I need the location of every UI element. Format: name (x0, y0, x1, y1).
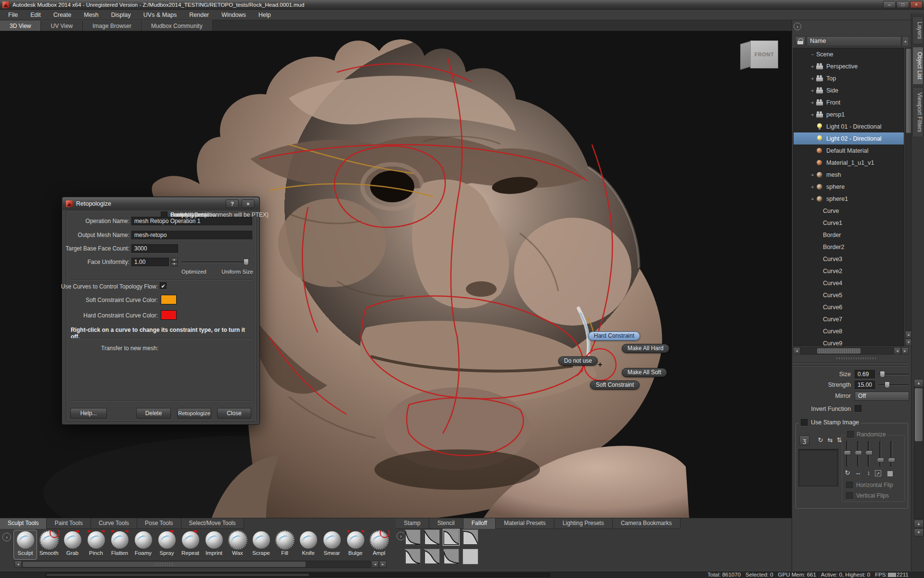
tool-button[interactable]: Wax (226, 530, 249, 560)
strength-slider[interactable] (878, 381, 909, 388)
randomize-checkbox[interactable] (847, 431, 854, 438)
close-button[interactable]: × (910, 1, 923, 8)
use-stamp-image-checkbox[interactable] (801, 419, 808, 426)
menu-item[interactable]: Display (105, 10, 137, 20)
tool-button[interactable]: Pinch (84, 530, 108, 560)
dialog-help-button[interactable]: ? (226, 199, 239, 208)
object-list-item[interactable]: Curve8 (794, 325, 904, 337)
tool-button[interactable]: Sculpt (13, 530, 37, 560)
context-menu-item[interactable]: Soft Constraint (590, 381, 640, 390)
horizontal-flip-checkbox[interactable] (846, 482, 853, 488)
panel-tab[interactable]: Layers (912, 16, 924, 44)
menu-item[interactable]: Edit (24, 10, 47, 20)
view-cube[interactable]: FRONT (740, 39, 780, 72)
tree-expander[interactable]: − (811, 52, 816, 57)
retopologize-button[interactable]: Retopologize (177, 408, 211, 419)
falloff-preset[interactable] (404, 529, 421, 546)
randomize-scale-icon[interactable]: ↗ (875, 470, 881, 476)
randomize-slider[interactable] (890, 441, 892, 466)
size-slider[interactable] (878, 371, 909, 378)
spinner-up-icon[interactable]: ▲ (171, 258, 178, 262)
view-cube-side-face[interactable] (740, 41, 751, 70)
randomize-rotate-icon[interactable]: ↻ (843, 469, 852, 477)
stamp-image-preview[interactable] (798, 449, 838, 486)
tree-expander[interactable]: + (811, 196, 816, 202)
spinner-down-icon[interactable]: ▼ (171, 262, 178, 266)
scrollbar-thumb[interactable] (906, 49, 911, 133)
vertical-flip-checkbox[interactable] (846, 492, 853, 499)
object-list-item[interactable]: + mesh (794, 169, 904, 181)
panel-collapse-icon[interactable]: › (794, 23, 801, 30)
object-list-item[interactable]: Light 02 - Directional (794, 132, 904, 144)
transfer-option[interactable]: ✔ Freezing (161, 211, 193, 219)
scroll-up-icon[interactable]: ▲ (902, 36, 909, 46)
preset-tab[interactable]: Stencil (429, 518, 463, 529)
object-list-item[interactable]: Curve4 (794, 277, 904, 289)
menu-item[interactable]: Render (183, 10, 215, 20)
object-list-item[interactable]: Curve7 (794, 313, 904, 325)
minimize-button[interactable]: – (883, 1, 896, 8)
tool-button[interactable]: Imprint (202, 530, 226, 560)
view-tab[interactable]: 3D View (0, 20, 41, 31)
tool-button[interactable]: Foamy (131, 530, 155, 560)
status-scrollbar[interactable] (46, 573, 550, 577)
tool-button[interactable]: Fill (273, 530, 296, 560)
object-list-item[interactable]: Curve (794, 205, 904, 217)
face-uniformity-slider[interactable] (181, 259, 249, 265)
object-list-item[interactable]: Light 01 - Directional (794, 120, 904, 132)
falloff-preset[interactable] (424, 548, 440, 565)
tool-button[interactable]: Smear (320, 530, 344, 560)
face-uniformity-spinner[interactable]: ▲ ▼ (171, 258, 178, 266)
strength-input[interactable]: 15.00 (855, 381, 875, 389)
scrollbar-thumb[interactable] (47, 574, 309, 576)
scrollbar-thumb[interactable] (915, 388, 923, 441)
randomize-slider[interactable] (846, 441, 848, 466)
preset-tab[interactable]: Camera Bookmarks (613, 518, 680, 529)
name-column-header[interactable]: Name (807, 36, 901, 46)
object-list-item[interactable]: + Top (794, 72, 904, 84)
lock-icon[interactable] (795, 36, 806, 46)
tool-button[interactable]: Bulge (344, 530, 367, 560)
properties-scrollbar[interactable]: ▲ ▲ ▼ (914, 379, 924, 541)
scroll-right-icon[interactable]: ► (901, 347, 909, 355)
tool-tab[interactable]: Select/Move Tools (181, 518, 244, 529)
tool-tab[interactable]: Curve Tools (91, 518, 137, 529)
view-tab[interactable]: UV View (41, 20, 83, 31)
checkbox[interactable]: ✔ (161, 211, 167, 218)
tree-expander[interactable]: + (811, 172, 816, 178)
object-list-item[interactable]: Curve1 (794, 217, 904, 229)
menu-item[interactable]: UVs & Maps (137, 10, 183, 20)
tool-button[interactable]: Scrape (249, 530, 273, 560)
context-menu-item[interactable]: Hard Constraint (588, 331, 640, 341)
randomize-slider[interactable] (879, 441, 881, 466)
view-cube-front-face[interactable]: FRONT (750, 40, 778, 68)
scroll-left-icon[interactable]: ◄ (793, 347, 800, 355)
dialog-close-button[interactable]: × (242, 199, 255, 208)
object-list-item[interactable]: Default Material (794, 144, 904, 157)
tree-expander[interactable]: + (811, 100, 816, 105)
target-base-face-count-input[interactable]: 3000 (131, 244, 178, 253)
use-curves-checkbox[interactable]: ✔ (160, 282, 167, 289)
falloff-preset[interactable] (462, 529, 479, 546)
hard-constraint-color-swatch[interactable] (161, 310, 177, 320)
object-list-item[interactable]: + persp1 (794, 108, 904, 120)
tool-button[interactable]: Grab (61, 530, 84, 560)
scroll-left-icon[interactable]: ◄ (372, 561, 379, 568)
object-list-item[interactable]: Material_1_u1_v1 (794, 157, 904, 169)
object-list-item[interactable]: + Side (794, 84, 904, 96)
object-list-item[interactable]: + Front (794, 96, 904, 108)
help-button[interactable]: Help... (70, 408, 107, 419)
randomize-slider[interactable] (868, 441, 870, 466)
falloff-preset[interactable] (404, 548, 421, 565)
randomize-slider[interactable] (857, 441, 859, 466)
context-menu-item[interactable]: Make All Hard (622, 344, 669, 353)
dialog-title-bar[interactable]: Retopologize ? × (63, 197, 259, 210)
tree-expander[interactable]: + (811, 64, 816, 69)
falloff-preset[interactable] (443, 529, 460, 546)
stamp-browse-button[interactable]: ʒ (799, 435, 809, 446)
slider-thumb[interactable] (885, 381, 890, 388)
preset-tab[interactable]: Lighting Presets (554, 518, 613, 529)
object-list-item[interactable]: + Perspective (794, 60, 904, 72)
scroll-up-icon[interactable]: ▲ (914, 520, 924, 528)
tree-expander[interactable]: + (811, 88, 816, 93)
